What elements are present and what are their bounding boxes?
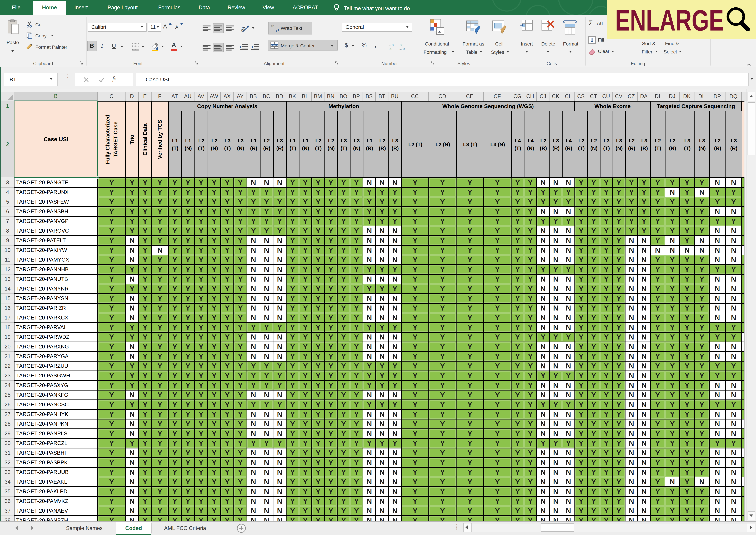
svg-text:→.0: →.0: [399, 47, 405, 51]
svg-text:←.0: ←.0: [388, 43, 394, 47]
svg-text:.00: .00: [388, 47, 392, 51]
svg-text:.00: .00: [399, 43, 403, 47]
svg-text:≠: ≠: [438, 28, 441, 35]
svg-text:ab: ab: [271, 24, 274, 28]
